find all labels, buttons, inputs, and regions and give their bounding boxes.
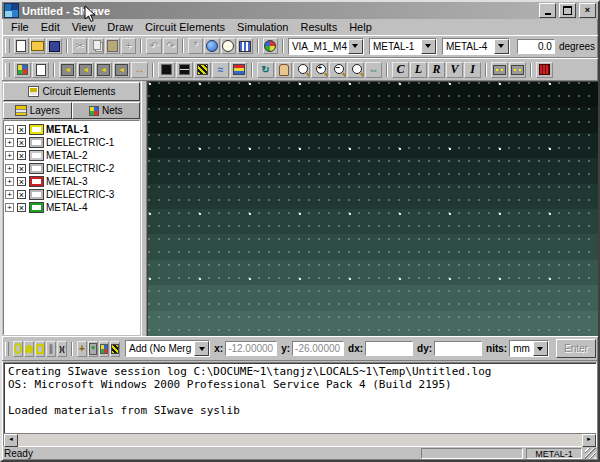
snap-button[interactable]: * bbox=[188, 38, 203, 54]
scroll-left-icon[interactable]: ◄ bbox=[4, 434, 18, 447]
spectrum-button[interactable] bbox=[230, 62, 247, 78]
minimize-button[interactable] bbox=[539, 3, 556, 18]
expand-plus-icon[interactable]: + bbox=[5, 164, 14, 173]
toolbar-drag-handle[interactable] bbox=[5, 39, 10, 53]
zoom-area-button[interactable] bbox=[347, 62, 364, 78]
resistor-button[interactable]: R bbox=[428, 62, 445, 78]
draw-lines-button[interactable]: ∥ bbox=[46, 341, 56, 357]
layer-step-button-2[interactable]: ◄ bbox=[77, 62, 94, 78]
via-padstack-combo[interactable]: VIA_M1_M4 bbox=[288, 38, 364, 55]
layer-visibility-checkbox[interactable]: × bbox=[17, 190, 26, 199]
layer-row[interactable]: + × DIELECTRIC-1 bbox=[5, 136, 138, 149]
expand-plus-icon[interactable]: + bbox=[5, 177, 14, 186]
save-button[interactable] bbox=[46, 38, 61, 54]
tab-layers[interactable]: Layers bbox=[3, 102, 72, 119]
maximize-button[interactable] bbox=[559, 3, 576, 18]
layer-visibility-checkbox[interactable]: × bbox=[17, 203, 26, 212]
menu-help[interactable]: Help bbox=[343, 20, 378, 34]
stop-layer-combo[interactable]: METAL-4 bbox=[442, 38, 510, 55]
cut-button[interactable]: ✂ bbox=[72, 38, 87, 54]
close-button[interactable]: × bbox=[579, 3, 596, 18]
zoom-out-button[interactable]: − bbox=[329, 62, 346, 78]
chevron-down-icon[interactable] bbox=[494, 39, 509, 54]
open-button[interactable] bbox=[30, 38, 45, 54]
copy-button[interactable] bbox=[88, 38, 103, 54]
layer-colors-button[interactable] bbox=[14, 62, 31, 78]
net-colors-button[interactable] bbox=[99, 341, 109, 357]
chevron-down-icon[interactable] bbox=[421, 39, 436, 54]
expand-plus-icon[interactable]: + bbox=[5, 138, 14, 147]
port-button-2[interactable] bbox=[509, 62, 526, 78]
layer-visibility-checkbox[interactable]: × bbox=[17, 125, 26, 134]
expand-plus-icon[interactable]: + bbox=[5, 190, 14, 199]
menu-edit[interactable]: Edit bbox=[35, 20, 66, 34]
move-node-button[interactable]: + bbox=[77, 341, 87, 357]
layer-visibility-checkbox[interactable]: × bbox=[17, 151, 26, 160]
expand-plus-icon[interactable]: + bbox=[5, 203, 14, 212]
port-button-1[interactable] bbox=[491, 62, 508, 78]
redo-button[interactable]: ↷ bbox=[163, 38, 178, 54]
current-source-button[interactable]: I bbox=[464, 62, 481, 78]
tab-nets[interactable]: Nets bbox=[72, 102, 141, 119]
layer-row[interactable]: + × METAL-2 bbox=[5, 149, 138, 162]
fit-view-button[interactable]: ⇔ bbox=[365, 62, 382, 78]
menu-view[interactable]: View bbox=[66, 20, 102, 34]
color-settings-button[interactable] bbox=[263, 38, 278, 54]
move-button[interactable]: + bbox=[121, 38, 136, 54]
toolbar-drag-handle[interactable] bbox=[5, 63, 10, 77]
layer-step-button-4[interactable]: ◄ bbox=[113, 62, 130, 78]
merge-mode-combo[interactable]: Add (No Merg bbox=[125, 340, 210, 357]
redraw-button[interactable]: ↻ bbox=[257, 62, 274, 78]
expand-plus-icon[interactable]: + bbox=[5, 151, 14, 160]
layer-row[interactable]: + × DIELECTRIC-2 bbox=[5, 162, 138, 175]
layer-row[interactable]: + × METAL-3 bbox=[5, 175, 138, 188]
enter-button[interactable]: Enter bbox=[556, 339, 596, 358]
menu-circuit-elements[interactable]: Circuit Elements bbox=[139, 20, 231, 34]
x-input[interactable] bbox=[225, 341, 277, 356]
circuit-elements-header[interactable]: Circuit Elements bbox=[3, 82, 140, 101]
new-button[interactable] bbox=[14, 38, 29, 54]
layer-visibility-checkbox[interactable]: × bbox=[17, 177, 26, 186]
draw-polygon-button[interactable] bbox=[24, 341, 34, 357]
y-input[interactable] bbox=[292, 341, 344, 356]
history-button[interactable] bbox=[221, 38, 236, 54]
report-button[interactable] bbox=[32, 62, 49, 78]
log-horizontal-scrollbar[interactable]: ◄ ► bbox=[4, 433, 596, 446]
scroll-right-icon[interactable]: ► bbox=[582, 434, 596, 447]
draw-arcs-button[interactable]: )( bbox=[57, 341, 67, 357]
zoom-in-button[interactable]: + bbox=[311, 62, 328, 78]
angle-input[interactable] bbox=[517, 39, 555, 54]
stackup-columns-button[interactable] bbox=[237, 38, 252, 54]
dx-input[interactable] bbox=[365, 341, 413, 356]
title-bar[interactable]: Untitled - SIwave × bbox=[2, 2, 598, 19]
layer-step-button-3[interactable]: ◄ bbox=[95, 62, 112, 78]
inductor-button[interactable]: L bbox=[410, 62, 427, 78]
hatch-view-button[interactable] bbox=[194, 62, 211, 78]
expand-plus-icon[interactable]: + bbox=[5, 125, 14, 134]
draw-circle-button[interactable] bbox=[13, 341, 23, 357]
resize-grip[interactable] bbox=[585, 448, 596, 459]
paste-to-layer-button[interactable]: ▼ bbox=[88, 341, 98, 357]
layer-row[interactable]: + × METAL-4 bbox=[5, 201, 138, 214]
start-layer-combo[interactable]: METAL-1 bbox=[369, 38, 437, 55]
error-plot-button[interactable] bbox=[536, 62, 553, 78]
layer-swap-button[interactable]: ↔ bbox=[131, 62, 148, 78]
menu-file[interactable]: File bbox=[5, 20, 35, 34]
undo-button[interactable]: ↶ bbox=[146, 38, 161, 54]
voltage-source-button[interactable]: V bbox=[446, 62, 463, 78]
zoom-button[interactable] bbox=[293, 62, 310, 78]
menu-draw[interactable]: Draw bbox=[101, 20, 139, 34]
dy-input[interactable] bbox=[434, 341, 482, 356]
drawing-canvas[interactable] bbox=[147, 81, 598, 336]
layer-row[interactable]: + × DIELECTRIC-3 bbox=[5, 188, 138, 201]
capacitor-button[interactable]: C bbox=[392, 62, 409, 78]
layer-step-button-1[interactable]: ◄ bbox=[59, 62, 76, 78]
paste-button[interactable] bbox=[105, 38, 120, 54]
wave-plot-button[interactable]: ≈ bbox=[212, 62, 229, 78]
chevron-down-icon[interactable] bbox=[348, 39, 363, 54]
outline-view-button[interactable] bbox=[176, 62, 193, 78]
layer-row[interactable]: + × METAL-1 bbox=[5, 123, 138, 136]
menu-simulation[interactable]: Simulation bbox=[231, 20, 294, 34]
measure-button[interactable] bbox=[110, 341, 120, 357]
units-combo[interactable]: mm bbox=[509, 340, 549, 357]
